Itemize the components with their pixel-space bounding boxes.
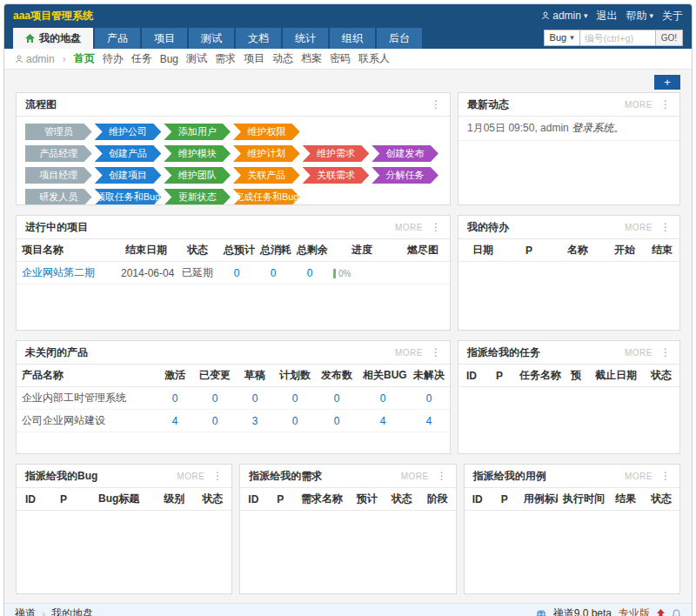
breadcrumb-item-1[interactable]: 任务 [131, 51, 152, 66]
flow-step[interactable]: 关联需求 [303, 167, 370, 184]
panel-menu-icon[interactable]: ⋮ [660, 470, 671, 482]
more-link[interactable]: MORE [177, 472, 204, 481]
flow-step[interactable]: 创建项目 [95, 167, 162, 184]
breadcrumb-item-3[interactable]: 测试 [186, 51, 207, 66]
bell-icon[interactable] [672, 609, 681, 616]
count-cell[interactable]: 3 [236, 410, 274, 432]
search-go-button[interactable]: GO! [656, 30, 683, 46]
product-name-cell: 企业内部工时管理系统 [17, 387, 156, 410]
column-header: 燃尽图 [396, 239, 450, 262]
breadcrumb-item-7[interactable]: 档案 [301, 51, 322, 66]
count-cell[interactable]: 0 [274, 387, 316, 410]
flow-step[interactable]: 创建产品 [95, 145, 162, 162]
column-header: ID [240, 488, 266, 511]
count-cell[interactable]: 0 [316, 387, 358, 410]
breadcrumb-item-active[interactable]: 首页 [74, 51, 95, 66]
panel-body: IDP任务名称预截止日期状态 [458, 365, 679, 453]
flow-step[interactable]: 维护需求 [303, 145, 370, 162]
count-cell[interactable]: 0 [156, 387, 194, 410]
flow-step[interactable]: 维护权限 [233, 124, 300, 140]
cell-consumed[interactable]: 0 [255, 262, 291, 285]
flow-step[interactable]: 分解任务 [371, 167, 438, 184]
cell-left[interactable]: 0 [291, 262, 328, 285]
version-link[interactable]: 禅道9.0 beta [553, 606, 612, 616]
more-link[interactable]: MORE [625, 348, 652, 358]
count-cell[interactable]: 0 [236, 387, 274, 410]
panel-menu-icon[interactable]: ⋮ [660, 221, 671, 233]
flow-step[interactable]: 添加用户 [164, 124, 231, 140]
breadcrumb-item-5[interactable]: 项目 [244, 51, 264, 66]
breadcrumb-item-4[interactable]: 需求 [215, 51, 236, 66]
tab-label: 我的地盘 [39, 28, 81, 49]
count-cell[interactable]: 0 [316, 410, 358, 432]
flow-step[interactable]: 维护公司 [95, 124, 162, 140]
data-table: IDPBug标题级别状态 [17, 488, 231, 511]
count-cell[interactable]: 0 [408, 387, 450, 410]
column-header: P [485, 365, 514, 387]
footer-brand-link[interactable]: 禅道 [15, 606, 36, 616]
chevron-down-icon: ▾ [649, 12, 653, 20]
column-header: 计划数 [274, 365, 316, 387]
count-cell[interactable]: 0 [194, 387, 236, 410]
project-link[interactable]: 企业网站第二期 [22, 266, 95, 278]
column-header: 产品名称 [17, 365, 156, 387]
panel-menu-icon[interactable]: ⋮ [431, 98, 441, 110]
more-link[interactable]: MORE [401, 472, 429, 481]
flow-step[interactable]: 完成任务和Bug [233, 189, 300, 204]
column-header: ID [17, 488, 44, 511]
search-type-select[interactable]: Bug ▾ [544, 30, 579, 46]
panel-menu-icon[interactable]: ⋮ [431, 221, 441, 233]
count-cell[interactable]: 0 [358, 387, 408, 410]
cell-estimate[interactable]: 0 [218, 262, 255, 285]
tab-7[interactable]: 后台 [377, 28, 422, 49]
panel-title: 我的待办 [467, 220, 625, 235]
tab-0[interactable]: 我的地盘 [13, 28, 93, 49]
panel-header: 最新动态 MORE ⋮ [458, 93, 679, 117]
tab-5[interactable]: 统计 [283, 28, 328, 49]
tab-1[interactable]: 产品 [95, 28, 140, 49]
tab-6[interactable]: 组织 [330, 28, 375, 49]
more-link[interactable]: MORE [625, 472, 652, 481]
flow-role: 产品经理 [25, 145, 92, 162]
flow-step[interactable]: 领取任务和Bug [95, 189, 162, 204]
footer-page-link[interactable]: 我的地盘 [51, 606, 93, 616]
breadcrumb-item-2[interactable]: Bug [160, 53, 178, 65]
logout-link[interactable]: 退出 [596, 9, 617, 23]
panel-menu-icon[interactable]: ⋮ [660, 346, 671, 358]
tab-4[interactable]: 文档 [236, 28, 281, 49]
more-link[interactable]: MORE [395, 348, 423, 358]
panel-menu-icon[interactable]: ⋮ [660, 98, 671, 110]
flow-step[interactable]: 维护模块 [164, 145, 231, 162]
breadcrumb-item-9[interactable]: 联系人 [358, 51, 390, 66]
flow-step[interactable]: 维护计划 [233, 145, 300, 162]
breadcrumb-item-6[interactable]: 动态 [272, 51, 293, 66]
search-input[interactable] [579, 30, 656, 46]
tab-2[interactable]: 项目 [142, 28, 187, 49]
dashboard-row-2: 进行中的项目MORE⋮项目名称结束日期状态总预计总消耗总剩余进度燃尽图企业网站第… [16, 215, 680, 331]
add-block-button[interactable]: + [654, 75, 680, 90]
panel-menu-icon[interactable]: ⋮ [437, 470, 447, 482]
breadcrumb-item-0[interactable]: 待办 [103, 51, 124, 66]
count-cell[interactable]: 0 [274, 410, 316, 432]
count-cell[interactable]: 4 [156, 410, 194, 432]
panel-menu-icon[interactable]: ⋮ [431, 346, 441, 358]
count-cell[interactable]: 4 [358, 410, 408, 432]
flow-step[interactable]: 维护团队 [164, 167, 231, 184]
breadcrumb-item-8[interactable]: 密码 [330, 51, 351, 66]
more-link[interactable]: MORE [625, 223, 652, 232]
flow-step[interactable]: 关联产品 [233, 167, 300, 184]
flow-step[interactable]: 更新状态 [164, 189, 231, 204]
flow-step[interactable]: 创建发布 [371, 145, 438, 162]
more-link[interactable]: MORE [395, 223, 423, 232]
edition-link[interactable]: 专业版 [619, 606, 650, 616]
count-cell[interactable]: 4 [408, 410, 450, 432]
count-cell[interactable]: 0 [194, 410, 236, 432]
help-menu[interactable]: 帮助 ▾ [626, 9, 653, 23]
more-link[interactable]: MORE [625, 100, 652, 110]
tab-3[interactable]: 测试 [189, 28, 234, 49]
about-link[interactable]: 关于 [662, 9, 683, 23]
user-menu[interactable]: admin ▾ [541, 10, 587, 22]
panel-menu-icon[interactable]: ⋮ [212, 470, 223, 482]
column-header: ID [458, 365, 485, 387]
upgrade-arrow-icon[interactable] [657, 609, 665, 616]
